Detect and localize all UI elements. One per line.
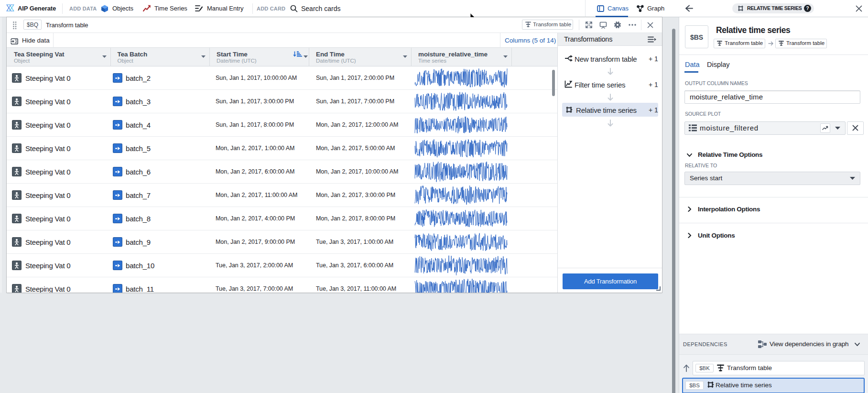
svg-text:?: ? [806,6,809,11]
